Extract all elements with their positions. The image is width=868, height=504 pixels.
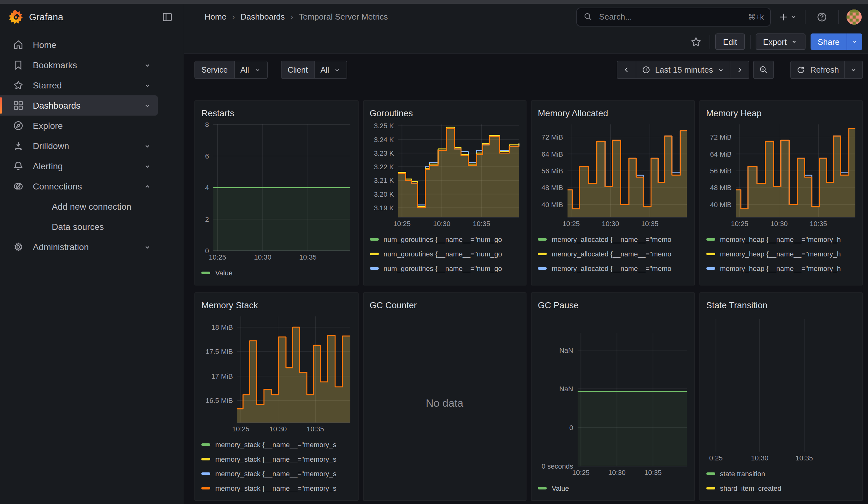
zoom-out-button[interactable] <box>753 61 774 79</box>
chevron-down-icon[interactable] <box>143 61 152 69</box>
svg-text:0: 0 <box>569 424 573 432</box>
legend-item[interactable]: memory_heap {__name__="memory_h <box>706 275 856 280</box>
chart-memory-stack[interactable]: 10:2510:3010:3518 MiB17.5 MiB17 MiB16.5 … <box>202 315 351 433</box>
chevron-up-icon[interactable] <box>143 182 152 191</box>
legend-item[interactable]: memory_stack {__name__="memory_s <box>202 452 351 466</box>
legend-swatch <box>538 252 547 255</box>
search-box[interactable]: ⌘+k <box>576 7 771 26</box>
sidebar-item-add-new-connection[interactable]: Add new connection <box>0 196 158 217</box>
legend-swatch <box>538 487 547 489</box>
panel-title[interactable]: GC Counter <box>370 298 519 312</box>
panel-title[interactable]: State Transition <box>706 298 856 312</box>
export-button[interactable]: Export <box>755 33 806 50</box>
chart-goroutines[interactable]: 10:2510:3010:353.25 K3.24 K3.23 K3.22 K3… <box>370 123 519 228</box>
sidebar-item-label: Starred <box>33 80 140 90</box>
chart-restarts[interactable]: 10:2510:3010:3586420 <box>202 123 351 261</box>
legend-item[interactable]: Value <box>202 265 351 280</box>
refresh-button[interactable]: Refresh <box>790 61 845 79</box>
panel-memory-allocated: Memory Allocated10:2510:3010:3572 MiB64 … <box>531 101 695 286</box>
gear-icon <box>13 241 24 253</box>
chevron-down-icon[interactable] <box>143 243 152 251</box>
help-button[interactable] <box>813 8 831 25</box>
share-button[interactable]: Share <box>811 33 847 50</box>
time-shift-back-button[interactable] <box>617 61 636 79</box>
sidebar-item-bookmarks[interactable]: Bookmarks <box>0 55 158 75</box>
svg-text:3.24 K: 3.24 K <box>373 136 394 144</box>
legend-item[interactable]: memory_heap {__name__="memory_h <box>706 232 856 246</box>
sidebar-item-dashboards[interactable]: Dashboards <box>0 95 158 116</box>
chevron-down-icon[interactable] <box>143 142 152 150</box>
search-input[interactable] <box>598 11 743 22</box>
chart-memory-heap[interactable]: 10:2510:3010:3572 MiB64 MiB56 MiB48 MiB4… <box>706 123 856 228</box>
legend-item[interactable]: memory_stack {__name__="memory_s <box>202 481 351 495</box>
legend-item[interactable]: memory_stack {__name__="memory_s <box>202 437 351 452</box>
legend-swatch <box>370 267 379 269</box>
nav-divider <box>838 10 839 24</box>
edit-button[interactable]: Edit <box>715 33 745 50</box>
panel-title[interactable]: Memory Heap <box>706 106 856 120</box>
legend-label: memory_allocated {__name__="memo <box>552 264 671 272</box>
legend-swatch <box>706 238 715 240</box>
legend-item[interactable]: memory_allocated {__name__="memo <box>538 246 688 261</box>
time-shift-forward-button[interactable] <box>731 61 750 79</box>
sidebar-item-home[interactable]: Home <box>0 35 158 55</box>
chevron-down-icon[interactable] <box>143 81 152 89</box>
time-controls: Last 15 minutes <box>617 61 863 79</box>
legend-item[interactable]: num_goroutines {__name__="num_go <box>370 232 519 246</box>
time-range-picker[interactable]: Last 15 minutes <box>636 61 731 79</box>
sidebar-item-label: Drilldown <box>33 141 140 151</box>
sidebar-item-administration[interactable]: Administration <box>0 237 158 257</box>
legend-item[interactable]: num_goroutines {__name__="num_go <box>370 275 519 280</box>
panel-title[interactable]: Memory Stack <box>202 298 351 312</box>
add-menu-button[interactable] <box>778 12 797 22</box>
refresh-interval-button[interactable] <box>845 61 863 79</box>
legend-item[interactable]: memory_heap {__name__="memory_h <box>706 261 856 275</box>
legend-item[interactable]: state transition <box>706 466 856 481</box>
service-filter[interactable]: Service All <box>194 61 267 79</box>
panel-title[interactable]: Goroutines <box>370 106 519 120</box>
client-filter[interactable]: Client All <box>281 61 348 79</box>
chart-gc-pause[interactable]: 10:2510:3010:35NaNNaN00 seconds <box>538 331 688 477</box>
legend-item[interactable]: shard_item_created <box>706 481 856 495</box>
user-avatar[interactable] <box>847 9 862 24</box>
legend-label: shard_item_created <box>720 484 781 492</box>
legend-item[interactable]: memory_allocated {__name__="memo <box>538 261 688 275</box>
panel-title[interactable]: Memory Allocated <box>538 106 688 120</box>
svg-text:8: 8 <box>205 123 209 128</box>
chart-memory-allocated[interactable]: 10:2510:3010:3572 MiB64 MiB56 MiB48 MiB4… <box>538 123 688 228</box>
star-dashboard-button[interactable] <box>687 33 705 51</box>
chevron-down-icon <box>334 66 341 74</box>
legend-item[interactable]: num_goroutines {__name__="num_go <box>370 246 519 261</box>
panel-memory-heap: Memory Heap10:2510:3010:3572 MiB64 MiB56… <box>699 101 863 286</box>
export-label: Export <box>763 37 787 47</box>
sidebar-collapse-icon[interactable] <box>158 8 176 25</box>
legend-item[interactable]: num_goroutines {__name__="num_go <box>370 261 519 275</box>
sidebar-item-connections[interactable]: Connections <box>0 176 158 196</box>
legend-item[interactable]: Value <box>538 481 688 495</box>
breadcrumb-home[interactable]: Home <box>205 12 226 21</box>
panel-title[interactable]: Restarts <box>202 106 351 120</box>
avatar-pixel-art <box>847 9 862 24</box>
sidebar-item-data-sources[interactable]: Data sources <box>0 217 158 237</box>
breadcrumb-dashboards[interactable]: Dashboards <box>240 12 285 21</box>
chart-state-transition[interactable]: 0:2510:3010:35 <box>706 317 856 462</box>
sidebar-item-drilldown[interactable]: Drilldown <box>0 136 158 156</box>
legend-label: memory_stack {__name__="memory_s <box>215 441 337 448</box>
sidebar-item-starred[interactable]: Starred <box>0 75 158 95</box>
sidebar-item-explore[interactable]: Explore <box>0 116 158 136</box>
sidebar-item-alerting[interactable]: Alerting <box>0 156 158 176</box>
legend-item[interactable]: memory_allocated {__name__="memo <box>538 275 688 280</box>
svg-text:NaN: NaN <box>559 347 573 354</box>
legend-label: num_goroutines {__name__="num_go <box>383 279 502 280</box>
svg-text:10:35: 10:35 <box>307 425 324 433</box>
chevron-down-icon[interactable] <box>143 162 152 170</box>
panel-title[interactable]: GC Pause <box>538 298 688 312</box>
svg-text:56 MiB: 56 MiB <box>541 167 563 175</box>
legend-item[interactable]: memory_heap {__name__="memory_h <box>706 246 856 261</box>
chevron-down-icon[interactable] <box>143 101 152 110</box>
share-menu-button[interactable] <box>847 33 862 50</box>
legend-item[interactable]: memory_stack {__name__="memory_s <box>202 466 351 481</box>
legend-item[interactable]: memory_allocated {__name__="memo <box>538 232 688 246</box>
svg-text:10:30: 10:30 <box>254 253 271 261</box>
svg-text:10:30: 10:30 <box>751 454 768 462</box>
